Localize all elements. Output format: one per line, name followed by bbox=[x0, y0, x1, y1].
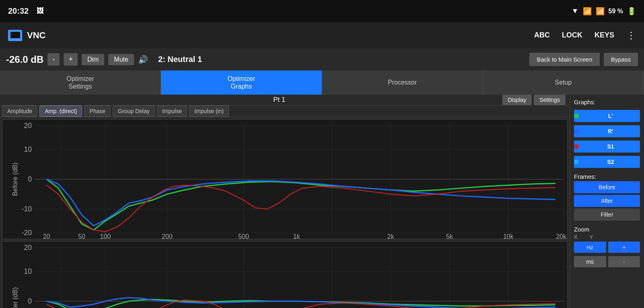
tab-impulse[interactable]: Impulse bbox=[157, 105, 187, 117]
before-chart: 20 10 0 -10 -20 Before (dB) 20 50 100 20… bbox=[2, 119, 568, 239]
app-bar: VNC ABC LOCK KEYS ⋮ bbox=[0, 22, 644, 48]
battery-indicator: 59 % bbox=[609, 8, 623, 15]
before-frame-button[interactable]: Before bbox=[574, 181, 640, 193]
svg-text:-10: -10 bbox=[22, 205, 32, 213]
frames-section: Frames: Before After Filter bbox=[574, 173, 640, 221]
zoom-section: Zoom X Y Hz + ms - bbox=[574, 226, 640, 269]
tab-amplitude[interactable]: Amplitude bbox=[2, 105, 37, 117]
svg-text:20: 20 bbox=[24, 122, 32, 130]
svg-text:5k: 5k bbox=[446, 233, 453, 239]
zoom-title: Zoom bbox=[574, 226, 640, 233]
display-button[interactable]: Display bbox=[502, 95, 532, 105]
tab-phase[interactable]: Phase bbox=[84, 105, 111, 117]
svg-text:2k: 2k bbox=[387, 233, 394, 239]
bypass-button[interactable]: Bypass bbox=[604, 53, 638, 66]
lock-button[interactable]: LOCK bbox=[562, 31, 582, 39]
svg-rect-2 bbox=[13, 38, 18, 39]
svg-text:After (dB): After (dB) bbox=[11, 287, 19, 308]
svg-text:20: 20 bbox=[43, 233, 50, 239]
zoom-y-label: Y bbox=[590, 234, 593, 240]
zoom-ms-button[interactable]: ms bbox=[574, 256, 606, 267]
zoom-hz-button[interactable]: Hz bbox=[574, 242, 606, 253]
neutral-label: 2: Neutral 1 bbox=[158, 55, 202, 64]
speaker-icon: 🔊 bbox=[138, 55, 148, 64]
svg-text:20: 20 bbox=[24, 244, 32, 252]
mute-button[interactable]: Mute bbox=[108, 54, 134, 65]
content-area: Pt 1 Display Settings Amplitude Amp. (di… bbox=[0, 95, 644, 308]
graph-tabs: Amplitude Amp. (direct) Phase Group Dela… bbox=[0, 105, 570, 117]
display-settings: Display Settings bbox=[502, 95, 566, 105]
channel-s1-dot bbox=[574, 144, 579, 149]
tab-group-delay[interactable]: Group Delay bbox=[113, 105, 155, 117]
before-chart-svg: 20 10 0 -10 -20 Before (dB) 20 50 100 20… bbox=[2, 120, 567, 239]
svg-text:500: 500 bbox=[238, 233, 249, 239]
channel-r-button[interactable]: R' bbox=[574, 125, 640, 137]
channel-l-button[interactable]: L' bbox=[574, 110, 640, 122]
after-frame-button[interactable]: After bbox=[574, 195, 640, 207]
svg-text:100: 100 bbox=[100, 233, 111, 239]
tab-setup[interactable]: Setup bbox=[483, 70, 644, 95]
abc-button[interactable]: ABC bbox=[534, 31, 550, 39]
channel-s2-button[interactable]: S2 bbox=[574, 156, 640, 168]
controls-bar: -26.0 dB - + Dim Mute 🔊 2: Neutral 1 Bac… bbox=[0, 48, 644, 70]
tab-amp-direct[interactable]: Amp. (direct) bbox=[39, 105, 82, 117]
point-label: Pt 1 bbox=[56, 96, 502, 104]
svg-text:Frequency (Hz): Frequency (Hz) bbox=[274, 238, 319, 239]
dim-button[interactable]: Dim bbox=[82, 54, 104, 65]
after-chart: 20 10 0 -10 -20 After (dB) 20 50 100 200… bbox=[2, 241, 568, 308]
tab-optimizer-graphs[interactable]: Optimizer Graphs bbox=[161, 70, 322, 95]
channel-s2-label: S2 bbox=[581, 159, 640, 165]
after-chart-svg: 20 10 0 -10 -20 After (dB) 20 50 100 200… bbox=[2, 242, 567, 308]
graphs-title: Graphs: bbox=[574, 99, 640, 105]
graphs-panel: Pt 1 Display Settings Amplitude Amp. (di… bbox=[0, 95, 570, 308]
db-minus-button[interactable]: - bbox=[47, 53, 60, 66]
filter-button[interactable]: Filter bbox=[574, 209, 640, 221]
svg-text:200: 200 bbox=[162, 233, 173, 239]
svg-text:10: 10 bbox=[24, 145, 32, 153]
signal-icon-2: 📶 bbox=[596, 7, 605, 16]
svg-text:Before (dB): Before (dB) bbox=[11, 163, 19, 196]
db-display: -26.0 dB bbox=[6, 54, 43, 65]
svg-text:10k: 10k bbox=[503, 233, 514, 239]
app-actions: ABC LOCK KEYS ⋮ bbox=[534, 30, 636, 41]
frames-title: Frames: bbox=[574, 173, 640, 180]
notification-icon: 🖼 bbox=[37, 7, 44, 15]
svg-rect-1 bbox=[10, 32, 20, 38]
menu-button[interactable]: ⋮ bbox=[626, 30, 636, 41]
channel-s2-dot bbox=[574, 159, 579, 164]
nav-tabs: Optimizer Settings Optimizer Graphs Proc… bbox=[0, 70, 644, 95]
app-title: VNC bbox=[27, 30, 45, 41]
app-icon bbox=[8, 30, 22, 41]
main-content: -26.0 dB - + Dim Mute 🔊 2: Neutral 1 Bac… bbox=[0, 48, 644, 308]
status-time: 20:32 bbox=[8, 6, 29, 16]
signal-icon-1: 📶 bbox=[583, 7, 592, 16]
battery-icon: 🔋 bbox=[627, 7, 636, 16]
channel-s1-button[interactable]: S1 bbox=[574, 141, 640, 153]
right-panel: Graphs: L' R' S1 S2 Frames: Before bbox=[570, 95, 644, 308]
zoom-y-plus-button[interactable]: + bbox=[608, 242, 640, 253]
svg-text:10: 10 bbox=[24, 267, 32, 275]
wifi-icon: ▼ bbox=[572, 7, 579, 15]
svg-text:-20: -20 bbox=[22, 229, 32, 237]
keys-button[interactable]: KEYS bbox=[594, 31, 614, 39]
charts-container: 20 10 0 -10 -20 Before (dB) 20 50 100 20… bbox=[0, 117, 570, 308]
channel-l-label: L' bbox=[581, 113, 640, 119]
zoom-y-minus-button[interactable]: - bbox=[608, 256, 640, 267]
svg-text:0: 0 bbox=[28, 297, 32, 305]
svg-text:0: 0 bbox=[28, 175, 32, 183]
zoom-xy-labels: X Y bbox=[574, 234, 640, 240]
channel-s1-label: S1 bbox=[581, 143, 640, 150]
db-plus-button[interactable]: + bbox=[64, 53, 78, 66]
svg-text:50: 50 bbox=[78, 233, 85, 239]
status-bar: 20:32 🖼 ▼ 📶 📶 59 % 🔋 bbox=[0, 0, 644, 22]
back-to-main-button[interactable]: Back to Main Screen bbox=[529, 53, 599, 66]
settings-button[interactable]: Settings bbox=[534, 95, 566, 105]
zoom-x-label: X bbox=[574, 234, 578, 240]
tab-optimizer-settings[interactable]: Optimizer Settings bbox=[0, 70, 161, 95]
channel-r-dot bbox=[574, 129, 579, 134]
tab-impulse-in[interactable]: Impulse (in) bbox=[189, 105, 229, 117]
svg-rect-35 bbox=[2, 242, 567, 308]
tab-processor[interactable]: Processor bbox=[322, 70, 483, 95]
channel-r-label: R' bbox=[581, 128, 640, 134]
channel-l-dot bbox=[574, 114, 579, 118]
